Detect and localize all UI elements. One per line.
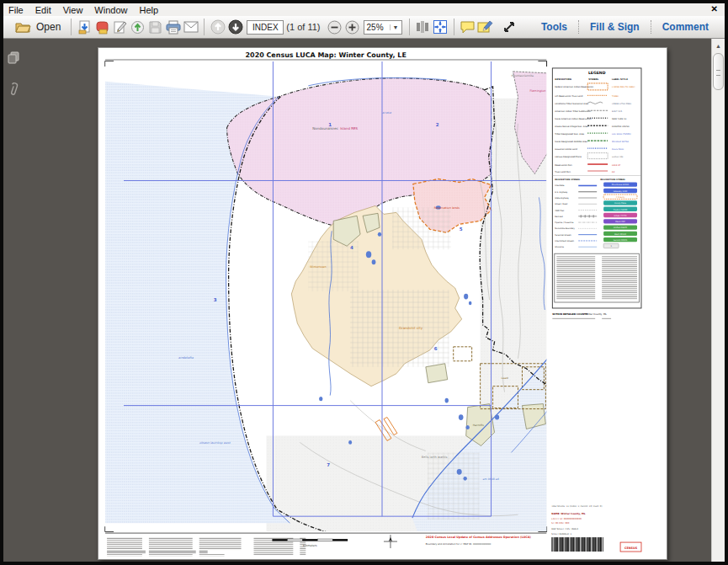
svg-text:Nonvisible Boundary: Nonvisible Boundary [555, 227, 575, 230]
svg-text:Hacrofts: Hacrofts [473, 424, 485, 427]
svg-text:T1880: T1880 [612, 95, 619, 98]
svg-text:Pipeline / Powerline: Pipeline / Powerline [555, 221, 574, 224]
save-download-icon[interactable] [76, 19, 93, 36]
svg-text:0613.37: 0613.37 [612, 164, 621, 167]
svg-text:ENTITY ID: 0600000000000: ENTITY ID: 0600000000000 [551, 518, 582, 520]
zoom-in-icon[interactable] [343, 19, 361, 36]
svg-text:NAME: Winter County, ML: NAME: Winter County, ML [551, 512, 585, 515]
svg-text:State American Indian Reservat: State American Indian Reservation [555, 118, 592, 120]
fill-sign-pane-button[interactable]: Fill & Sign [579, 21, 651, 33]
scroll-mode-icon[interactable] [414, 19, 432, 36]
svg-text:Tribal Designated Stat. Area: Tribal Designated Stat. Area [555, 133, 584, 136]
zoom-level-select[interactable]: 25% ▼ [364, 20, 402, 35]
svg-text:American Indian Tribal Subdivi: American Indian Tribal Subdivision [555, 110, 591, 113]
svg-text:5: 5 [460, 227, 463, 232]
svg-text:Second 00045: Second 00045 [614, 239, 628, 242]
legend-badge-rows: Mountview 81035 Lakeway 2350 4 Gravity I… [603, 182, 637, 248]
save-disk-icon[interactable] [146, 19, 164, 36]
svg-text:Oklahoma Tribal Statistical Ar: Oklahoma Tribal Statistical Area [555, 103, 588, 105]
svg-text:Shoreline: Shoreline [555, 246, 564, 248]
task-panes: Tools Fill & Sign Comment [530, 16, 720, 38]
email-icon[interactable] [182, 19, 199, 36]
comment-pane-button[interactable]: Comment [651, 21, 720, 33]
zoom-level-value: 25% [367, 23, 384, 32]
page-thumbnails-icon[interactable] [3, 47, 24, 67]
cloud-upload-icon[interactable] [129, 19, 146, 36]
svg-text:Alaska Native Village Stat. Ar: Alaska Native Village Stat. Area [555, 125, 588, 128]
svg-text:Railroad: Railroad [555, 216, 563, 218]
document-canvas: 2020 Census LUCA Map: Winter County, LE [24, 39, 711, 562]
sign-pen-icon[interactable] [111, 19, 129, 36]
scrollbar-thumb[interactable] [713, 53, 724, 90]
share-icon[interactable] [93, 19, 111, 36]
svg-text:Bells larth warkls: Bells larth warkls [422, 456, 448, 459]
vertical-scrollbar[interactable]: ▲ [711, 39, 725, 562]
open-label: Open [36, 21, 61, 33]
zoom-out-icon[interactable] [326, 19, 343, 36]
open-folder-icon [14, 19, 32, 36]
svg-text:1: 1 [328, 122, 332, 127]
acrobat-window: File Edit View Window Help ✕ Open [0, 0, 728, 565]
toolbar: Open INDEX (1 of 11) [3, 16, 725, 39]
toolbar-separator [454, 19, 454, 35]
close-icon[interactable]: ✕ [711, 4, 718, 13]
fit-page-icon[interactable] [432, 19, 449, 36]
svg-text:EAST 405: EAST 405 [612, 110, 622, 113]
toolbar-separator [409, 19, 410, 35]
svg-text:Island RES: Island RES [340, 126, 358, 131]
svg-text:Wintertown: Wintertown [310, 265, 326, 269]
menu-help[interactable]: Help [139, 5, 158, 15]
svg-text:4 Gravity: 4 Gravity [616, 196, 625, 199]
svg-text:oltsasn lautriksp west: oltsasn lautriksp west [199, 441, 231, 445]
next-page-icon[interactable] [226, 19, 244, 36]
svg-text:L'ANSE RES (TA 1880): L'ANSE RES (TA 1880) [612, 86, 635, 88]
svg-text:Davis CDP: Davis CDP [615, 221, 625, 223]
print-icon[interactable] [164, 19, 182, 36]
svg-text:Elem 00120: Elem 00120 [614, 233, 626, 236]
svg-text:KANATAK ANVSA: KANATAK ANVSA [612, 125, 630, 128]
svg-text:am 0648 ad: am 0648 ad [483, 477, 499, 481]
svg-text:7: 7 [327, 462, 330, 467]
svg-text:LEGEND: LEGEND [588, 71, 606, 75]
svg-text:4WD Trail: 4WD Trail [555, 210, 564, 212]
scroll-up-icon[interactable]: ▲ [713, 40, 724, 51]
svg-text:U.S. Highway: U.S. Highway [555, 191, 568, 194]
svg-text:Total Sheets: 11 (Index: 1; Pa: Total Sheets: 11 (Index: 1; Parent: 10; … [551, 505, 602, 508]
menu-view[interactable]: View [63, 5, 83, 15]
svg-text:Reservation Part: Reservation Part [555, 164, 571, 167]
svg-text:Grandvint city: Grandvint city [399, 326, 423, 330]
toolbar-separator [204, 19, 205, 35]
toolbar-separator [71, 19, 72, 35]
svg-text:kilometers: kilometers [303, 544, 317, 547]
svg-text:Davis 5600: Davis 5600 [612, 148, 624, 151]
svg-text:DESCRIPTION SYMBOL: DESCRIPTION SYMBOL [600, 179, 625, 181]
svg-text:Unified 09870: Unified 09870 [614, 227, 628, 229]
svg-text:6: 6 [434, 346, 438, 351]
svg-text:Flamington: Flamington [529, 89, 545, 93]
svg-text:Census Designated Place: Census Designated Place [555, 156, 582, 158]
svg-text:LABEL STYLE: LABEL STYLE [612, 78, 628, 81]
marquee-zoom-icon[interactable] [501, 19, 518, 36]
tools-pane-button[interactable]: Tools [530, 21, 578, 33]
page-number-input[interactable]: INDEX [247, 20, 284, 35]
footnote-value: Winter County, ML [585, 312, 607, 316]
svg-text:2: 2 [436, 122, 439, 127]
svg-text:Interstate: Interstate [555, 184, 565, 187]
map-info-block: Total Sheets: 11 (Index: 1; Parent: 10; … [551, 505, 641, 552]
svg-text:Reservation lands: Reservation lands [434, 206, 460, 210]
luca-map-svg: 2020 Census LUCA Map: Winter County, LE [98, 48, 667, 559]
open-button[interactable]: Open [8, 18, 66, 36]
highlight-text-icon[interactable] [476, 19, 494, 36]
map-title: 2020 Census LUCA Map: Winter County, LE [246, 51, 407, 59]
previous-page-icon[interactable] [209, 19, 226, 36]
footnote-heading: WITHIN DETAILED COUNTY: [552, 312, 588, 316]
menu-edit[interactable]: Edit [35, 5, 51, 15]
svg-text:State Designated AIANNH Area: State Designated AIANNH Area [555, 141, 587, 143]
svg-text:Lakeway 2350: Lakeway 2350 [614, 190, 628, 193]
menu-file[interactable]: File [8, 5, 24, 15]
svg-text:NEW YORK 10: NEW YORK 10 [612, 118, 627, 120]
sticky-note-icon[interactable] [459, 19, 476, 36]
menu-window[interactable]: Window [94, 5, 127, 15]
attachments-paperclip-icon[interactable] [3, 79, 24, 99]
svg-text:Intermittent Stream: Intermittent Stream [555, 240, 574, 243]
